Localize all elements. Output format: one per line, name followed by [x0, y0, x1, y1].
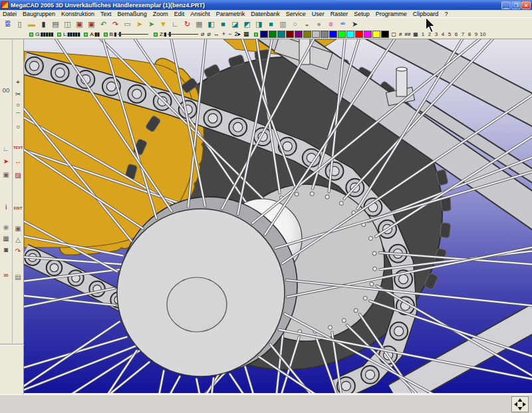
box-select-icon[interactable]: ▭ [122, 19, 133, 29]
layer-list-icon[interactable]: ≡ [325, 19, 336, 29]
menu-ansicht[interactable]: Ansicht [190, 11, 210, 17]
color-swatch[interactable] [355, 31, 363, 38]
color-swatch[interactable] [372, 31, 380, 38]
camera-icon[interactable]: ◙ [1, 245, 11, 255]
arc-tool-icon[interactable]: ⌒ [13, 111, 23, 120]
menu-service[interactable]: Service [286, 11, 306, 17]
color-swatch[interactable] [329, 31, 337, 38]
open-folder-icon[interactable]: ▬ [26, 19, 37, 29]
opengl-sphere-icon[interactable]: ● [313, 19, 325, 29]
viewport-3d[interactable] [24, 39, 532, 394]
color-swatch[interactable] [295, 31, 303, 38]
copy-view-icon[interactable]: ◫ [62, 19, 73, 29]
menu-datei[interactable]: Datei [3, 11, 17, 17]
dimension-tool-icon[interactable]: ↔ [13, 157, 23, 166]
view-number-10[interactable]: 10 [479, 31, 486, 37]
screen-preview-icon[interactable]: ▣ [86, 19, 97, 29]
view-number-9[interactable]: 9 [473, 31, 479, 37]
mode-2d3d-icon[interactable]: 2D 3D [2, 19, 13, 29]
color-swatch[interactable] [303, 31, 311, 38]
color-swatch[interactable] [364, 31, 372, 38]
cylinder-cut-icon[interactable]: ◒ [301, 19, 313, 29]
hatch-tool-icon[interactable]: ▨ [13, 171, 23, 180]
edit-label-icon[interactable]: EDIT [13, 204, 23, 213]
hash-icon[interactable]: # [399, 31, 402, 37]
color-swatch[interactable] [338, 31, 346, 38]
color-swatch[interactable] [260, 31, 268, 38]
redo-icon[interactable]: ↷ [110, 19, 121, 29]
pan-button[interactable] [511, 396, 529, 412]
trim-scissors-icon[interactable]: ✂ [13, 90, 23, 99]
close-button[interactable]: ✕ [521, 1, 531, 9]
titlebar[interactable]: MegaCAD 2005 3D Unverkäufliches Händlere… [0, 0, 532, 10]
view-number-1[interactable]: 1 [420, 31, 426, 37]
cylinder-icon[interactable]: ○ [289, 19, 301, 29]
mesh-tool-icon[interactable]: △ [13, 235, 23, 245]
menu-datenbank[interactable]: Datenbank [251, 11, 280, 17]
menu-parametrik[interactable]: Parametrik [216, 11, 245, 17]
attr-field-z[interactable]: Z:▮ [160, 31, 166, 37]
opengl-render-icon[interactable]: ◉ [1, 223, 11, 232]
menu-programme[interactable]: Programme [376, 11, 407, 17]
move-arrow-icon[interactable]: ➤ [134, 19, 145, 29]
new-file-icon[interactable]: ▯ [14, 19, 25, 29]
save-file-icon[interactable]: ▮ [38, 19, 49, 29]
color-swatch[interactable] [277, 31, 285, 38]
shade-hidden-cube-icon[interactable]: ◪ [229, 19, 241, 29]
hash-double-icon[interactable]: ## [404, 31, 410, 37]
view-number-2[interactable]: 2 [426, 31, 433, 37]
attr-slider[interactable] [168, 34, 198, 35]
circle-tool-icon[interactable]: ○ [13, 100, 23, 110]
menu-user[interactable]: User [312, 11, 325, 17]
color-swatch[interactable] [286, 31, 294, 38]
undo-icon[interactable]: ↶ [98, 19, 109, 29]
view-number-8[interactable]: 8 [466, 31, 473, 37]
color-swatch[interactable] [346, 31, 354, 38]
menu-konstruktion[interactable]: Konstruktion [61, 11, 94, 17]
menu-?[interactable]: ? [444, 11, 448, 17]
attr-tool-icon-2[interactable]: ↔ [213, 31, 219, 37]
minimize-button[interactable]: _ [501, 1, 511, 9]
select-count-icon[interactable]: ➤ [349, 19, 360, 29]
view-number-7[interactable]: 7 [460, 31, 466, 37]
shade-wire-cube-icon[interactable]: ◧ [205, 19, 217, 29]
attr-field-b[interactable]: B:▮ [110, 31, 116, 37]
convert-2d-icon[interactable]: 2D [1, 271, 11, 281]
attr-field-l[interactable]: L:▮▮▮▮▮ [63, 31, 80, 37]
info-icon[interactable]: i [1, 203, 11, 212]
ellipse-tool-icon[interactable]: ○ [13, 122, 23, 132]
menu-baugruppen[interactable]: Baugruppen [23, 11, 55, 17]
attr-tool-icon-0[interactable]: ⌀ [201, 31, 204, 37]
fly-mode-icon[interactable]: ➤ [1, 157, 11, 166]
attr-tool-icon-3[interactable]: + [222, 31, 225, 37]
color-swatch[interactable] [269, 31, 277, 38]
view-number-4[interactable]: 4 [440, 31, 446, 37]
fill-square-icon[interactable]: ■ [265, 19, 277, 29]
wire-cylinder-icon[interactable]: ▥ [277, 19, 289, 29]
shade-edges-cube-icon[interactable]: ◨ [253, 19, 265, 29]
print-icon[interactable]: ▤ [50, 19, 61, 29]
plot-tool-icon[interactable]: ▤ [13, 273, 23, 282]
maximize-button[interactable]: ❐ [511, 1, 521, 9]
view-number-5[interactable]: 5 [446, 31, 453, 37]
grid-icon[interactable]: ▦ [413, 31, 418, 37]
text-tool-icon[interactable]: TEXT [13, 144, 23, 153]
solid-box-icon[interactable]: ▣ [13, 224, 23, 233]
color-swatch[interactable] [321, 31, 329, 38]
box-stack-icon[interactable]: ▣ [1, 170, 11, 180]
shade-mixed-cube-icon[interactable]: ◩ [241, 19, 253, 29]
attr-tool-icon-5[interactable]: 2▸ [234, 31, 241, 37]
menu-raster[interactable]: Raster [331, 11, 348, 17]
menu-zoom[interactable]: Zoom [153, 11, 168, 17]
menu-clipboard[interactable]: Clipboard [413, 11, 439, 17]
attr-tool-icon-1[interactable]: ⌀ [207, 31, 210, 37]
sort-ab-icon[interactable]: ab [337, 19, 348, 29]
menu-bemaung[interactable]: Bemaßung [118, 11, 147, 17]
bend-curve-icon[interactable]: ↷ [13, 247, 23, 256]
attr-tool-icon-4[interactable]: − [228, 31, 231, 37]
bg-color-icon[interactable]: ▢ [391, 31, 396, 37]
attr-tool-icon-6[interactable]: ▦ [243, 31, 249, 37]
attr-slider[interactable] [118, 34, 148, 35]
shade-solid-cube-icon[interactable]: ■ [217, 19, 229, 29]
drop-arrow-icon[interactable]: ▼ [158, 19, 169, 29]
